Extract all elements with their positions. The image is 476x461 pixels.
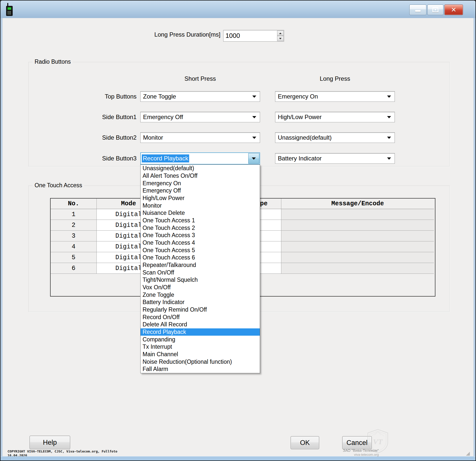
side-button3-long-press-combobox[interactable]: Battery Indicator bbox=[275, 153, 395, 164]
side-button2-label: Side Button2 bbox=[61, 132, 137, 143]
chevron-down-icon bbox=[387, 116, 391, 118]
combobox-value: Zone Toggle bbox=[143, 93, 176, 100]
watermark-text: ЗАО "Вива-Телеком" viva-telecom.org bbox=[338, 448, 379, 457]
row5-message bbox=[281, 252, 434, 263]
long-press-duration-input[interactable] bbox=[224, 31, 276, 40]
radio-icon[interactable] bbox=[6, 3, 14, 16]
top-buttons-label: Top Buttons bbox=[61, 91, 137, 102]
chevron-down-icon bbox=[252, 96, 256, 98]
short-press-column-header: Short Press bbox=[140, 75, 260, 82]
dropdown-option[interactable]: High/Low Power bbox=[141, 195, 260, 202]
row2-no: 2 bbox=[51, 220, 97, 231]
radio-buttons-group-title: Radio Buttons bbox=[33, 58, 73, 65]
combobox-drop-button[interactable] bbox=[248, 153, 259, 164]
close-icon: ✕ bbox=[451, 7, 456, 13]
long-press-duration-spinbox bbox=[223, 30, 284, 42]
chevron-down-icon bbox=[252, 116, 256, 118]
help-button[interactable]: Help bbox=[30, 436, 70, 449]
dropdown-option[interactable]: Monitor bbox=[141, 202, 260, 209]
minimize-button[interactable] bbox=[409, 5, 426, 15]
spin-up-button[interactable] bbox=[277, 31, 284, 36]
chevron-down-icon bbox=[252, 137, 256, 139]
top-buttons-long-press-combobox[interactable]: Emergency On bbox=[275, 91, 395, 102]
dropdown-option[interactable]: Regularly Remind On/Off bbox=[141, 306, 260, 314]
dropdown-option[interactable]: One Touch Access 3 bbox=[141, 232, 260, 239]
dropdown-option[interactable]: Record Playback bbox=[141, 328, 260, 336]
row2-message bbox=[281, 220, 434, 231]
col-header-no: No. bbox=[51, 199, 97, 209]
row6-message bbox=[281, 263, 434, 274]
dropdown-option[interactable]: One Touch Access 4 bbox=[141, 239, 260, 247]
combobox-value: Battery Indicator bbox=[278, 155, 322, 162]
one-touch-access-group-title: One Touch Access bbox=[33, 182, 84, 189]
long-press-column-header: Long Press bbox=[275, 75, 395, 82]
dropdown-option[interactable]: One Touch Access 2 bbox=[141, 224, 260, 232]
top-buttons-short-press-combobox[interactable]: Zone Toggle bbox=[140, 91, 260, 102]
function-dropdown-list: Unassigned(default) All Alert Tones On/O… bbox=[140, 164, 260, 373]
dropdown-option[interactable]: One Touch Access 6 bbox=[141, 254, 260, 261]
dropdown-option[interactable]: Zone Toggle bbox=[141, 291, 260, 299]
spin-up-icon bbox=[279, 33, 282, 34]
side-button1-label: Side Button1 bbox=[61, 112, 137, 122]
chevron-down-icon bbox=[252, 157, 256, 160]
dropdown-option[interactable]: Battery Indicator bbox=[141, 299, 260, 306]
combobox-value: Emergency Off bbox=[143, 114, 183, 120]
window-frame-bottom bbox=[1, 456, 475, 460]
dialog-window: ✕ Long Press Duration[ms] Radio Buttons … bbox=[0, 0, 476, 461]
dropdown-option[interactable]: Companding bbox=[141, 336, 260, 343]
row3-message bbox=[281, 231, 434, 241]
row6-no: 6 bbox=[51, 263, 97, 274]
row1-message bbox=[281, 209, 434, 220]
maximize-icon bbox=[432, 7, 438, 12]
dropdown-option[interactable]: Repeater/Talkaround bbox=[141, 261, 260, 269]
side-button2-short-press-combobox[interactable]: Monitor bbox=[140, 132, 260, 143]
dropdown-option[interactable]: Record On/Off bbox=[141, 313, 260, 321]
spin-down-button[interactable] bbox=[277, 36, 284, 41]
dropdown-option[interactable]: Emergency Off bbox=[141, 187, 260, 195]
row5-no: 5 bbox=[51, 252, 97, 263]
ok-button[interactable]: OK bbox=[291, 436, 319, 449]
combobox-value: Emergency On bbox=[278, 93, 318, 100]
long-press-duration-label: Long Press Duration[ms] bbox=[108, 31, 220, 38]
dropdown-option[interactable]: Fall Alarm bbox=[141, 365, 260, 373]
dropdown-option[interactable]: One Touch Access 1 bbox=[141, 217, 260, 224]
svg-text:VT: VT bbox=[373, 437, 383, 446]
col-header-message-encode: Message/Encode bbox=[281, 199, 434, 209]
side-button1-long-press-combobox[interactable]: High/Low Power bbox=[275, 112, 395, 122]
dropdown-option[interactable]: Main Channel bbox=[141, 351, 260, 358]
resize-grip[interactable]: ◢ bbox=[466, 450, 470, 456]
combobox-selected-value: Record Playback bbox=[142, 154, 189, 162]
dropdown-option[interactable]: Noise Reduction(Optional function) bbox=[141, 358, 260, 365]
chevron-down-icon bbox=[387, 96, 391, 98]
dropdown-option[interactable]: Unassigned(default) bbox=[141, 165, 260, 172]
row4-no: 4 bbox=[51, 241, 97, 252]
combobox-value: High/Low Power bbox=[278, 114, 322, 120]
watermark-site: viva-telecom.org bbox=[338, 452, 379, 457]
side-button2-long-press-combobox[interactable]: Unassigned(default) bbox=[275, 132, 395, 143]
spin-down-icon bbox=[279, 38, 282, 39]
chevron-down-icon bbox=[387, 157, 391, 160]
dropdown-option[interactable]: Vox On/Off bbox=[141, 284, 260, 291]
side-button1-short-press-combobox[interactable]: Emergency Off bbox=[140, 112, 260, 122]
maximize-button[interactable] bbox=[427, 5, 443, 15]
side-button3-label: Side Button3 bbox=[61, 153, 137, 164]
row3-no: 3 bbox=[51, 231, 97, 241]
window-frame-right bbox=[473, 18, 475, 456]
dropdown-option[interactable]: Delete All Record bbox=[141, 321, 260, 328]
titlebar: ✕ bbox=[1, 1, 475, 18]
dropdown-option[interactable]: One Touch Access 5 bbox=[141, 246, 260, 254]
dropdown-option[interactable]: Nuisance Delete bbox=[141, 209, 260, 217]
watermark-company: ЗАО "Вива-Телеком" bbox=[338, 448, 379, 452]
row4-message bbox=[281, 241, 434, 252]
minimize-icon bbox=[415, 10, 421, 12]
dropdown-option[interactable]: Emergency On bbox=[141, 179, 260, 187]
side-button3-short-press-combobox-open[interactable]: Record Playback bbox=[140, 152, 260, 164]
dropdown-option[interactable]: All Alert Tones On/Off bbox=[141, 172, 260, 180]
dropdown-option[interactable]: Scan On/Off bbox=[141, 269, 260, 276]
combobox-value: Monitor bbox=[143, 134, 163, 141]
row1-no: 1 bbox=[51, 209, 97, 220]
dropdown-option[interactable]: Tight/Normal Squelch bbox=[141, 276, 260, 284]
close-button[interactable]: ✕ bbox=[444, 5, 463, 15]
chevron-down-icon bbox=[387, 137, 391, 139]
dropdown-option[interactable]: Tx Interrupt bbox=[141, 343, 260, 351]
